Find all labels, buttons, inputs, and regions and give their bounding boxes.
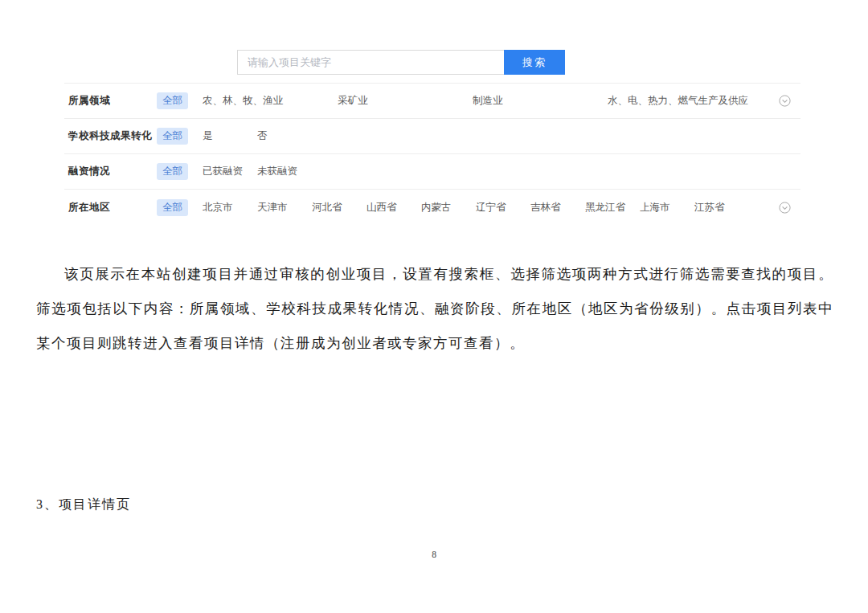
filter-all-tag[interactable]: 全部: [157, 163, 188, 180]
filter-row-financing: 融资情况 全部 已获融资 未获融资: [64, 154, 800, 190]
filter-option[interactable]: 江苏省: [694, 201, 725, 215]
filter-all-wrap: 全部: [157, 128, 203, 145]
filter-row-domain: 所属领域 全部 农、林、牧、渔业 采矿业 制造业 水、电、热力、燃气生产及供应: [64, 84, 800, 119]
filter-option[interactable]: 农、林、牧、渔业: [203, 94, 338, 108]
filter-option[interactable]: 河北省: [312, 201, 366, 215]
chevron-down-circle-icon[interactable]: [779, 95, 791, 107]
filter-all-wrap: 全部: [157, 92, 203, 109]
filter-all-wrap: 全部: [157, 163, 203, 180]
search-button[interactable]: 搜索: [504, 50, 565, 75]
filter-option[interactable]: 是: [203, 129, 257, 143]
filter-all-tag[interactable]: 全部: [157, 92, 188, 109]
filter-option[interactable]: 北京市: [203, 201, 257, 215]
filter-option[interactable]: 水、电、热力、燃气生产及供应: [608, 94, 748, 108]
filter-label: 所属领域: [68, 94, 157, 108]
page-number: 8: [0, 550, 868, 559]
filter-all-tag[interactable]: 全部: [157, 128, 188, 145]
filter-option[interactable]: 吉林省: [530, 201, 585, 215]
filter-all-wrap: 全部: [157, 199, 203, 216]
filter-option[interactable]: 黑龙江省: [585, 201, 640, 215]
section-heading: 3、项目详情页: [36, 497, 131, 513]
chevron-down-circle-icon[interactable]: [779, 202, 791, 214]
filter-option[interactable]: 采矿业: [338, 94, 473, 108]
filter-label: 融资情况: [68, 165, 157, 178]
filter-row-transformation: 学校科技成果转化 全部 是 否: [64, 119, 800, 154]
search-input[interactable]: [237, 50, 504, 75]
filter-option[interactable]: 制造业: [473, 94, 608, 108]
filter-label: 学校科技成果转化: [68, 129, 157, 143]
filter-all-tag[interactable]: 全部: [157, 199, 188, 216]
filter-option[interactable]: 未获融资: [257, 165, 312, 178]
project-search-bar: 搜索: [237, 50, 565, 75]
filter-option[interactable]: 内蒙古: [421, 201, 476, 215]
filter-row-region: 所在地区 全部 北京市 天津市 河北省 山西省 内蒙古 辽宁省 吉林省 黑龙江省…: [64, 190, 800, 226]
filter-panel: 所属领域 全部 农、林、牧、渔业 采矿业 制造业 水、电、热力、燃气生产及供应 …: [64, 83, 800, 226]
filter-option[interactable]: 上海市: [640, 201, 694, 215]
filter-option[interactable]: 已获融资: [203, 165, 257, 178]
description-paragraph: 该页展示在本站创建项目并通过审核的创业项目，设置有搜索框、选择筛选项两种方式进行…: [36, 257, 833, 361]
filter-option[interactable]: 辽宁省: [476, 201, 530, 215]
filter-label: 所在地区: [68, 201, 157, 215]
filter-option[interactable]: 否: [257, 129, 312, 143]
filter-option[interactable]: 山西省: [366, 201, 421, 215]
filter-option[interactable]: 天津市: [257, 201, 312, 215]
